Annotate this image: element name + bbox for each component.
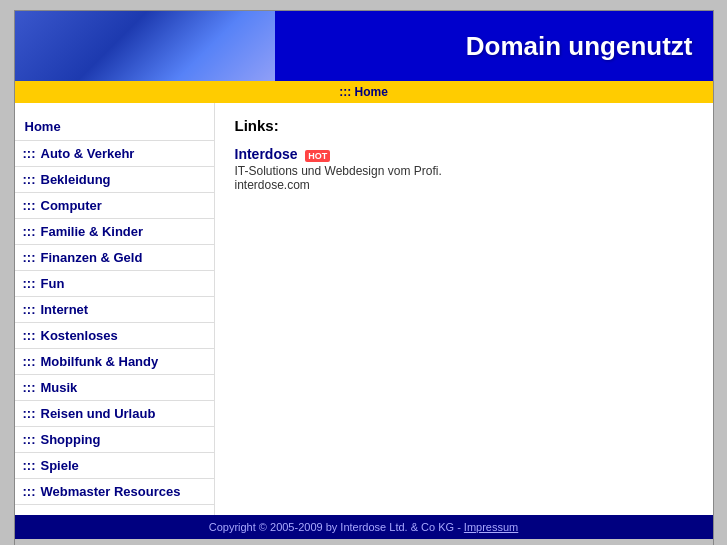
nav-prefix: ::: bbox=[23, 380, 36, 395]
nav-label[interactable]: Musik bbox=[41, 380, 78, 395]
sidebar-item-11[interactable]: :::Shopping bbox=[15, 427, 214, 453]
nav-label[interactable]: Spiele bbox=[41, 458, 79, 473]
nav-label[interactable]: Internet bbox=[41, 302, 89, 317]
nav-prefix: ::: bbox=[23, 432, 36, 447]
sidebar-item-1[interactable]: :::Bekleidung bbox=[15, 167, 214, 193]
nav-prefix: ::: bbox=[23, 276, 36, 291]
sidebar-item-7[interactable]: :::Kostenloses bbox=[15, 323, 214, 349]
footer: Copyright © 2005-2009 by Interdose Ltd. … bbox=[15, 515, 713, 539]
impressum-link[interactable]: Impressum bbox=[464, 521, 518, 533]
section-title: Links: bbox=[235, 117, 693, 134]
sidebar-item-3[interactable]: :::Familie & Kinder bbox=[15, 219, 214, 245]
sidebar-item-2[interactable]: :::Computer bbox=[15, 193, 214, 219]
nav-prefix: ::: bbox=[23, 198, 36, 213]
link-description: IT-Solutions und Webdesign vom Profi. bbox=[235, 164, 693, 178]
nav-prefix: ::: bbox=[23, 302, 36, 317]
nav-label[interactable]: Kostenloses bbox=[41, 328, 118, 343]
link-url[interactable]: interdose.com bbox=[235, 178, 693, 192]
nav-label[interactable]: Webmaster Resources bbox=[41, 484, 181, 499]
nav-prefix: ::: bbox=[23, 250, 36, 265]
nav-prefix: ::: bbox=[23, 484, 36, 499]
site-title: Domain ungenutzt bbox=[466, 31, 713, 62]
sidebar-item-9[interactable]: :::Musik bbox=[15, 375, 214, 401]
nav-label[interactable]: Mobilfunk & Handy bbox=[41, 354, 159, 369]
sidebar-item-home[interactable]: Home bbox=[15, 113, 214, 141]
nav-prefix: ::: bbox=[23, 354, 36, 369]
main-area: Home :::Auto & Verkehr:::Bekleidung:::Co… bbox=[15, 103, 713, 515]
nav-label[interactable]: Familie & Kinder bbox=[41, 224, 144, 239]
sidebar-item-0[interactable]: :::Auto & Verkehr bbox=[15, 141, 214, 167]
link-name-row: Interdose HOT bbox=[235, 146, 693, 162]
nav-label[interactable]: Fun bbox=[41, 276, 65, 291]
sidebar-item-6[interactable]: :::Internet bbox=[15, 297, 214, 323]
hot-badge: HOT bbox=[305, 150, 330, 162]
header-background bbox=[15, 11, 275, 81]
nav-prefix: ::: bbox=[23, 172, 36, 187]
sidebar-item-8[interactable]: :::Mobilfunk & Handy bbox=[15, 349, 214, 375]
sidebar-item-13[interactable]: :::Webmaster Resources bbox=[15, 479, 214, 505]
sidebar: Home :::Auto & Verkehr:::Bekleidung:::Co… bbox=[15, 103, 215, 515]
nav-label[interactable]: Computer bbox=[41, 198, 102, 213]
badge-area: ? bbox=[15, 539, 713, 545]
sidebar-item-5[interactable]: :::Fun bbox=[15, 271, 214, 297]
nav-prefix: ::: bbox=[23, 146, 36, 161]
nav-label[interactable]: Reisen und Urlaub bbox=[41, 406, 156, 421]
content-area: Links: Interdose HOT IT-Solutions und We… bbox=[215, 103, 713, 515]
nav-label[interactable]: Shopping bbox=[41, 432, 101, 447]
sidebar-item-4[interactable]: :::Finanzen & Geld bbox=[15, 245, 214, 271]
footer-text: Copyright © 2005-2009 by Interdose Ltd. … bbox=[209, 521, 461, 533]
breadcrumb: ::: Home bbox=[15, 81, 713, 103]
nav-prefix: ::: bbox=[23, 328, 36, 343]
link-name[interactable]: Interdose bbox=[235, 146, 298, 162]
nav-label[interactable]: Bekleidung bbox=[41, 172, 111, 187]
header: Domain ungenutzt bbox=[15, 11, 713, 81]
sidebar-item-12[interactable]: :::Spiele bbox=[15, 453, 214, 479]
sidebar-item-10[interactable]: :::Reisen und Urlaub bbox=[15, 401, 214, 427]
nav-prefix: ::: bbox=[23, 458, 36, 473]
nav-prefix: ::: bbox=[23, 224, 36, 239]
nav-prefix: ::: bbox=[23, 406, 36, 421]
nav-label[interactable]: Finanzen & Geld bbox=[41, 250, 143, 265]
link-block-0: Interdose HOT IT-Solutions und Webdesign… bbox=[235, 146, 693, 192]
nav-label[interactable]: Auto & Verkehr bbox=[41, 146, 135, 161]
